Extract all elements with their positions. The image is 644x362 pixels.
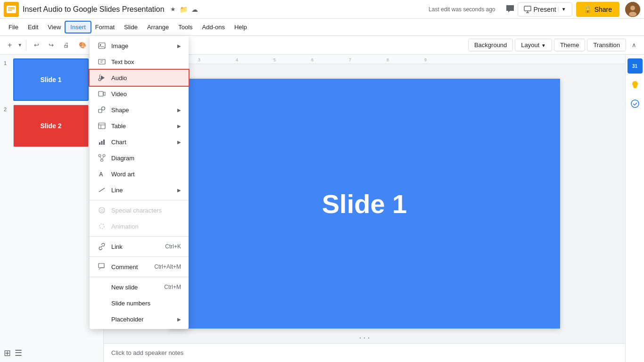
redo-button[interactable]: ↪ (45, 40, 58, 50)
menu-item-comment[interactable]: Comment Ctrl+Alt+M (90, 259, 189, 275)
diagram-icon (97, 153, 107, 163)
menu-item-video-label: Video (111, 90, 181, 98)
svg-point-48 (99, 224, 104, 229)
transition-button[interactable]: Transition (587, 39, 626, 51)
slide-thumb-2[interactable]: 2 Slide 2 (4, 105, 99, 147)
menu-item-audio-label: Audio (111, 74, 181, 82)
slide-2-label: Slide 2 (40, 122, 61, 130)
folder-icon[interactable]: 📁 (180, 6, 188, 13)
menu-addons[interactable]: Add-ons (198, 22, 230, 33)
paint-format-button[interactable]: 🎨 (75, 40, 90, 50)
calendar-sidebar-icon[interactable]: 31 (627, 58, 643, 74)
svg-text:7: 7 (349, 58, 351, 62)
menu-item-special-chars-label: Special characters (111, 207, 181, 214)
check-sidebar-icon[interactable] (627, 96, 643, 111)
menu-item-image[interactable]: Image ▶ (90, 38, 189, 54)
svg-rect-30 (99, 91, 103, 96)
right-sidebar: 31 (625, 55, 644, 362)
svg-rect-1 (7, 6, 16, 13)
background-button[interactable]: Background (468, 39, 513, 51)
menu-slide[interactable]: Slide (119, 22, 142, 33)
slide-preview-1: Slide 1 (13, 58, 89, 101)
slide-thumb-1[interactable]: 1 Slide 1 (4, 58, 99, 101)
menu-item-textbox[interactable]: Text box (90, 54, 189, 70)
collapse-toolbar-button[interactable]: ∧ (628, 40, 640, 50)
menu-insert[interactable]: Insert (66, 22, 91, 33)
menu-format[interactable]: Format (91, 22, 119, 33)
svg-point-22 (631, 100, 639, 107)
cloud-icon[interactable]: ☁ (191, 6, 198, 13)
app-icon (4, 2, 19, 17)
share-button[interactable]: 🔒 Share (576, 2, 619, 17)
line-icon (97, 185, 107, 195)
comments-button[interactable] (503, 1, 518, 17)
menu-item-link[interactable]: Link Ctrl+K (90, 239, 189, 255)
menu-item-new-slide-label: New slide (111, 284, 164, 291)
menu-item-chart[interactable]: Chart ▶ (90, 134, 189, 150)
menu-item-line[interactable]: Line ▶ (90, 182, 189, 198)
menu-item-table[interactable]: Table ▶ (90, 118, 189, 134)
add-dropdown[interactable]: ▼ (17, 42, 22, 48)
layout-button[interactable]: Layout ▼ (515, 39, 552, 51)
svg-rect-40 (103, 155, 105, 156)
svg-rect-38 (103, 140, 105, 145)
slide-panel: 1 Slide 1 2 Slide 2 ⊞ ☰ (0, 55, 104, 362)
grid-view-button[interactable]: ⊞ (4, 348, 11, 358)
title-icons: ★ 📁 ☁ (170, 6, 198, 13)
svg-point-46 (99, 207, 105, 213)
menu-item-shape-label: Shape (111, 107, 177, 114)
divider-3 (90, 256, 189, 257)
comment-icon (97, 262, 107, 272)
svg-text:9: 9 (424, 58, 427, 62)
expand-dots[interactable]: · · · (359, 334, 370, 342)
present-button[interactable]: Present ▼ (518, 2, 572, 16)
animation-icon (97, 222, 107, 231)
svg-text:Ω: Ω (100, 208, 104, 213)
menu-item-table-label: Table (111, 123, 177, 130)
menu-item-shape[interactable]: Shape ▶ (90, 102, 189, 118)
chart-icon (97, 137, 107, 147)
menu-item-diagram[interactable]: Diagram (90, 150, 189, 166)
menu-view[interactable]: View (43, 22, 66, 33)
menu-item-audio[interactable]: Audio (90, 70, 189, 86)
menu-item-slide-numbers[interactable]: Slide numbers (90, 295, 189, 311)
add-button[interactable]: + (4, 39, 16, 51)
menu-item-diagram-label: Diagram (111, 155, 181, 162)
menu-file[interactable]: File (4, 22, 23, 33)
svg-rect-49 (99, 263, 104, 268)
svg-line-43 (102, 156, 104, 159)
theme-button[interactable]: Theme (554, 39, 585, 51)
undo-button[interactable]: ↩ (30, 40, 43, 50)
user-avatar[interactable] (625, 2, 640, 17)
menu-item-image-label: Image (111, 42, 177, 49)
menu-arrange[interactable]: Arrange (142, 22, 173, 33)
slide-canvas[interactable]: Slide 1 (169, 79, 560, 329)
speaker-notes[interactable]: Click to add speaker notes (104, 343, 625, 362)
slide-number-2: 2 (4, 107, 10, 112)
divider-1 (90, 200, 189, 200)
separator-1 (26, 40, 26, 51)
ideas-sidebar-icon[interactable] (627, 77, 643, 92)
menu-item-video[interactable]: Video (90, 86, 189, 102)
menu-tools[interactable]: Tools (173, 22, 197, 33)
present-dropdown-arrow[interactable]: ▼ (558, 7, 566, 12)
divider-4 (90, 277, 189, 277)
print-button[interactable]: 🖨 (59, 40, 73, 50)
slide-number-1: 1 (4, 60, 10, 66)
star-icon[interactable]: ★ (170, 6, 176, 13)
menu-item-slide-numbers-label: Slide numbers (111, 300, 181, 307)
menu-edit[interactable]: Edit (23, 22, 43, 33)
svg-text:3: 3 (198, 58, 200, 62)
menu-help[interactable]: Help (230, 22, 252, 33)
menu-item-placeholder[interactable]: Placeholder ▶ (90, 311, 189, 327)
new-slide-icon (97, 282, 107, 292)
svg-line-45 (99, 188, 105, 192)
menu-item-wordart-label: Word art (111, 171, 181, 178)
table-submenu-arrow: ▶ (177, 123, 181, 129)
textbox-icon (97, 57, 107, 66)
menu-item-wordart[interactable]: A Word art (90, 166, 189, 182)
layout-label: Layout (521, 41, 539, 49)
menu-item-new-slide[interactable]: New slide Ctrl+M (90, 279, 189, 295)
menu-item-animation: Animation (90, 218, 189, 234)
list-view-button[interactable]: ☰ (15, 348, 22, 358)
